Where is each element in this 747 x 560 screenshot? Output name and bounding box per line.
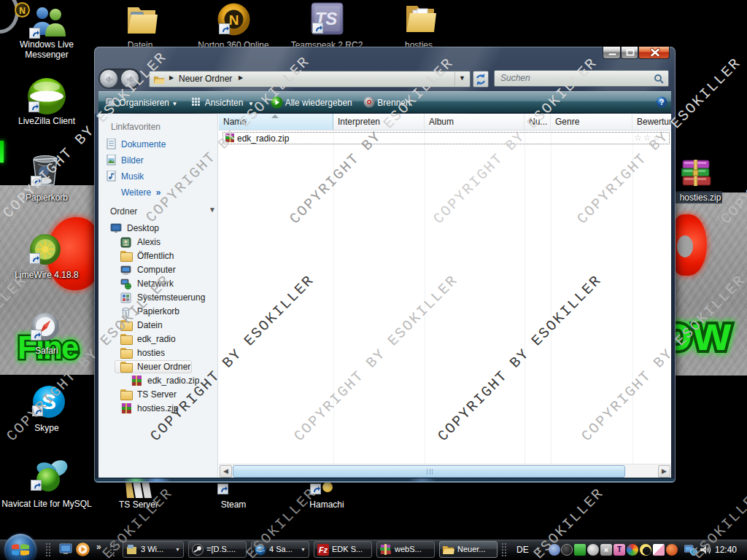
svg-text:?: ? [659, 98, 665, 106]
svg-text:N: N [229, 12, 239, 28]
svg-text:Fz: Fz [319, 545, 328, 554]
